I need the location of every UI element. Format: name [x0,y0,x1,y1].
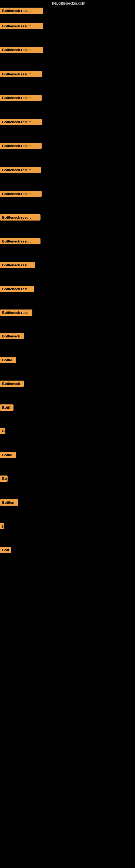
bottleneck-badge-17: Bottleneck [0,380,24,387]
site-title: TheBottlenecker.com [0,0,135,8]
bottleneck-row-24: Bott [0,547,11,554]
bottleneck-row-13: Bottleneck resu [0,286,34,293]
bottleneck-badge-2: Bottleneck result [0,23,43,29]
bottleneck-badge-1: Bottleneck result [0,8,43,14]
bottleneck-row-11: Bottleneck result [0,238,41,246]
bottleneck-row-16: Bottle [0,357,16,364]
bottleneck-badge-3: Bottleneck result [0,46,43,53]
bottleneck-row-2: Bottleneck result [0,23,43,30]
bottleneck-badge-13: Bottleneck resu [0,286,34,292]
bottleneck-badge-24: Bott [0,547,11,553]
bottleneck-badge-15: Bottleneck [0,333,24,339]
bottleneck-row-1: Bottleneck result [0,8,43,15]
bottleneck-badge-19: B [0,428,5,434]
bottleneck-row-3: Bottleneck result [0,46,43,54]
bottleneck-row-19: B [0,428,5,435]
bottleneck-row-12: Bottleneck resu [0,262,35,269]
bottleneck-badge-23: | [0,523,4,529]
bottleneck-badge-12: Bottleneck resu [0,262,35,268]
bottleneck-row-20: Bottle [0,452,16,459]
bottleneck-row-17: Bottleneck [0,380,24,388]
bottleneck-row-21: Bo [0,475,8,483]
bottleneck-badge-20: Bottle [0,452,16,458]
bottleneck-row-8: Bottleneck result [0,167,41,174]
bottleneck-badge-22: Bottlen [0,499,18,506]
bottleneck-row-9: Bottleneck result [0,191,42,198]
bottleneck-row-14: Bottleneck resu [0,310,32,317]
bottleneck-row-5: Bottleneck result [0,95,42,102]
bottleneck-row-15: Bottleneck [0,333,24,340]
bottleneck-badge-10: Bottleneck result [0,214,41,220]
bottleneck-badge-8: Bottleneck result [0,167,41,173]
bottleneck-row-4: Bottleneck result [0,71,42,79]
bottleneck-badge-14: Bottleneck resu [0,310,32,316]
bottleneck-badge-21: Bo [0,475,8,482]
bottleneck-badge-11: Bottleneck result [0,238,41,244]
bottleneck-badge-6: Bottleneck result [0,119,42,125]
bottleneck-badge-16: Bottle [0,357,16,363]
bottleneck-badge-4: Bottleneck result [0,71,42,77]
bottleneck-row-18: Bott! [0,404,13,412]
bottleneck-row-10: Bottleneck result [0,214,41,222]
bottleneck-row-7: Bottleneck result [0,143,42,150]
bottleneck-row-6: Bottleneck result [0,119,42,126]
bottleneck-badge-9: Bottleneck result [0,191,42,197]
bottleneck-badge-5: Bottleneck result [0,95,42,101]
bottleneck-row-22: Bottlen [0,499,18,507]
bottleneck-badge-7: Bottleneck result [0,143,42,149]
bottleneck-badge-18: Bott! [0,404,13,411]
bottleneck-row-23: | [0,523,4,530]
